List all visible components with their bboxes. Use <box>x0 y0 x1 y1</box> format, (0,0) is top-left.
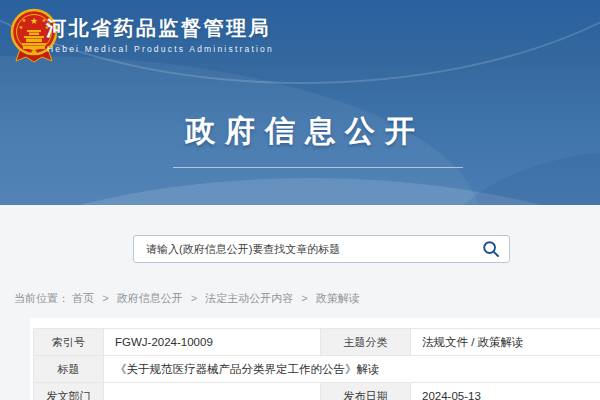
site-subtitle-en: Hebei Medical Products Administration <box>47 44 274 54</box>
header-banner-background: ★ ★ ★ ★ ★ 河北省药品监督管理局 Hebei Medical Produ… <box>0 0 600 205</box>
table-row: 发文部门 发布日期 2024-05-13 <box>34 383 600 400</box>
title-label: 标题 <box>34 356 104 383</box>
svg-text:★: ★ <box>22 17 27 23</box>
publish-date-label: 发布日期 <box>321 383 411 400</box>
breadcrumb-item-policy-interpretation: 政策解读 <box>316 292 360 304</box>
topic-category-label: 主题分类 <box>321 329 411 356</box>
issuing-department-value <box>104 383 321 400</box>
svg-text:★: ★ <box>30 16 38 26</box>
breadcrumb-item-statutory-content[interactable]: 法定主动公开内容 <box>205 292 293 304</box>
page: ★ ★ ★ ★ ★ 河北省药品监督管理局 Hebei Medical Produ… <box>0 0 600 400</box>
document-info-table: 索引号 FGWJ-2024-10009 主题分类 法规文件 / 政策解读 标题 … <box>33 328 600 400</box>
index-number-label: 索引号 <box>34 329 104 356</box>
index-number-value: FGWJ-2024-10009 <box>104 329 321 356</box>
breadcrumb-item-info-disclosure[interactable]: 政府信息公开 <box>117 292 183 304</box>
topic-category-value: 法规文件 / 政策解读 <box>411 329 600 356</box>
publish-date-value: 2024-05-13 <box>411 383 600 400</box>
page-title: 政府信息公开 <box>0 111 600 152</box>
search-icon <box>482 240 500 258</box>
svg-text:★: ★ <box>19 24 24 30</box>
title-underline <box>173 167 463 168</box>
breadcrumb-separator: > <box>102 292 108 304</box>
search-input[interactable] <box>134 243 473 255</box>
title-value: 《关于规范医疗器械产品分类界定工作的公告》解读 <box>104 356 600 383</box>
breadcrumb-separator: > <box>301 292 307 304</box>
site-title: 河北省药品监督管理局 <box>46 15 271 42</box>
table-row: 标题 《关于规范医疗器械产品分类界定工作的公告》解读 <box>34 356 600 383</box>
issuing-department-label: 发文部门 <box>34 383 104 400</box>
breadcrumb-item-home[interactable]: 首页 <box>72 292 94 304</box>
document-info-card: 索引号 FGWJ-2024-10009 主题分类 法规文件 / 政策解读 标题 … <box>30 318 600 400</box>
search-button[interactable] <box>473 236 509 262</box>
breadcrumb-separator: > <box>191 292 197 304</box>
breadcrumb: 当前位置： 首页 > 政府信息公开 > 法定主动公开内容 > 政策解读 <box>14 291 360 306</box>
breadcrumb-prefix: 当前位置： <box>14 292 69 304</box>
table-row: 索引号 FGWJ-2024-10009 主题分类 法规文件 / 政策解读 <box>34 329 600 356</box>
search-bar <box>133 235 510 263</box>
